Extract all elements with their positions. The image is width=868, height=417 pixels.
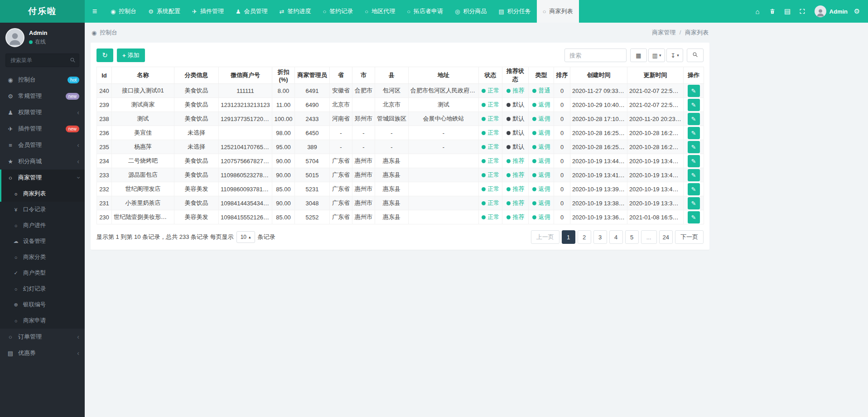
- cell-city: 惠州市: [352, 210, 375, 224]
- sidebar-item-7[interactable]: ○订单管理‹: [0, 329, 85, 345]
- table-search-input[interactable]: [564, 48, 627, 62]
- top-tab-3[interactable]: ♟会员管理: [230, 0, 274, 23]
- top-tab-label: 商家列表: [550, 7, 573, 15]
- page-button-2[interactable]: 2: [578, 230, 591, 244]
- column-header[interactable]: 操作: [684, 67, 704, 84]
- column-header[interactable]: 状态: [479, 67, 502, 84]
- sidebar-subitem-5[interactable]: ✓商户类型: [0, 265, 85, 281]
- column-header[interactable]: 商家管理员: [295, 67, 330, 84]
- toggle-view-button[interactable]: ▦: [630, 48, 647, 62]
- page-button-1[interactable]: 1: [562, 230, 575, 244]
- edit-button[interactable]: ✎: [688, 197, 700, 209]
- column-header[interactable]: 微信商户号: [219, 67, 272, 84]
- export-button[interactable]: ↧▾: [666, 48, 683, 62]
- sidebar-item-5[interactable]: ★积分商城‹: [0, 153, 85, 170]
- sidebar-subitem-1[interactable]: ¥口令记录: [0, 202, 85, 218]
- top-tab-7[interactable]: ○拓店者申请: [401, 0, 449, 23]
- add-button[interactable]: + 添加: [117, 48, 145, 62]
- sidebar-item-4[interactable]: ≡会员管理‹: [0, 137, 85, 153]
- sidebar-subitem-2[interactable]: ○商户进件: [0, 218, 85, 233]
- sidebar-item-2[interactable]: ♟权限管理‹: [0, 104, 85, 121]
- sidebar-subitem-3[interactable]: ☁设备管理: [0, 233, 85, 249]
- docs-button[interactable]: ▤: [780, 0, 795, 23]
- column-header[interactable]: 更新时间: [627, 67, 684, 84]
- sidebar-subitem-4[interactable]: ○商家分类: [0, 249, 85, 265]
- sidebar-item-1[interactable]: ⚙常规管理new: [0, 88, 85, 104]
- top-tab-9[interactable]: ▤积分任务: [492, 0, 536, 23]
- refresh-icon: ↻: [102, 51, 108, 59]
- edit-button[interactable]: ✎: [688, 183, 700, 195]
- page-button-5[interactable]: 5: [625, 230, 639, 244]
- column-header[interactable]: Id: [97, 67, 112, 84]
- sidebar-item-0[interactable]: ◉控制台hot: [0, 72, 85, 88]
- top-tab-1[interactable]: ⚙系统配置: [142, 0, 186, 23]
- page-button-24[interactable]: 24: [659, 230, 673, 244]
- column-header[interactable]: 市: [352, 67, 375, 84]
- caret-down-icon: ▾: [659, 53, 661, 58]
- page-button-3[interactable]: 3: [593, 230, 607, 244]
- sidebar-subitem-8[interactable]: ○商家申请: [0, 313, 85, 329]
- column-header[interactable]: 名称: [112, 67, 174, 84]
- refresh-button[interactable]: ↻: [96, 48, 113, 62]
- edit-button[interactable]: ✎: [688, 211, 700, 223]
- settings-button[interactable]: ⚙: [849, 0, 864, 23]
- dashboard-icon: ◉: [111, 8, 116, 15]
- cell-province: 广东省: [330, 168, 352, 182]
- top-tab-5[interactable]: ○签约记录: [317, 0, 359, 23]
- person-icon: [7, 30, 23, 46]
- home-button[interactable]: ⌂: [750, 0, 765, 23]
- page-button-4[interactable]: 4: [609, 230, 623, 244]
- breadcrumb-parent[interactable]: 商家管理: [652, 29, 675, 36]
- edit-button[interactable]: ✎: [688, 99, 700, 111]
- navbar-username[interactable]: Admin: [829, 8, 848, 15]
- cell-manager: 5231: [295, 182, 330, 196]
- fullscreen-button[interactable]: [795, 0, 810, 23]
- page-size-dropdown[interactable]: 10 ▴: [236, 231, 255, 243]
- circle-icon: ○: [543, 8, 546, 15]
- sidebar-subitem-0[interactable]: ○商家列表: [0, 186, 85, 202]
- sidebar-subitem-6[interactable]: ○幻灯记录: [0, 281, 85, 297]
- column-header[interactable]: 县: [375, 67, 409, 84]
- top-tab-10[interactable]: ○商家列表: [537, 0, 579, 23]
- column-header[interactable]: 创建时间: [570, 67, 627, 84]
- sidebar-subitem-7[interactable]: ⊕银联编号: [0, 297, 85, 313]
- page-prev-button[interactable]: 上一页: [531, 230, 559, 244]
- column-header[interactable]: 排序: [554, 67, 570, 84]
- edit-button[interactable]: ✎: [688, 127, 700, 139]
- top-tab-4[interactable]: ⇄签约进度: [274, 0, 317, 23]
- page-next-button[interactable]: 下一页: [675, 230, 704, 244]
- column-header[interactable]: 推荐状态: [502, 67, 529, 84]
- sidebar-toggle-button[interactable]: ≡: [85, 0, 105, 23]
- edit-button[interactable]: ✎: [688, 155, 700, 167]
- breadcrumb-home[interactable]: 控制台: [100, 29, 117, 37]
- column-header[interactable]: 折扣(%): [272, 67, 295, 84]
- cell-city: [352, 98, 375, 112]
- sidebar-item-3[interactable]: ✈插件管理new: [0, 121, 85, 137]
- edit-button[interactable]: ✎: [688, 113, 700, 125]
- status-label: 正常: [488, 171, 500, 178]
- top-tab-0[interactable]: ◉控制台: [105, 0, 142, 23]
- top-tab-8[interactable]: ◎积分商品: [449, 0, 492, 23]
- cell-address: [409, 196, 479, 210]
- brand-logo[interactable]: 付乐啦: [0, 0, 85, 23]
- sidebar-item-8[interactable]: ▤优惠券‹: [0, 345, 85, 361]
- column-header[interactable]: 类型: [529, 67, 554, 84]
- sidebar-item-6[interactable]: ○商家管理‹: [0, 170, 85, 186]
- edit-button[interactable]: ✎: [688, 85, 700, 97]
- navbar-avatar[interactable]: [815, 5, 826, 17]
- column-header[interactable]: 地址: [409, 67, 479, 84]
- top-tab-2[interactable]: ✈插件管理: [186, 0, 230, 23]
- sidebar-user-panel[interactable]: Admin 在线: [0, 23, 85, 51]
- edit-button[interactable]: ✎: [688, 141, 700, 153]
- search-toggle-button[interactable]: [687, 48, 704, 62]
- top-tab-6[interactable]: ○地区代理: [359, 0, 401, 23]
- cell-category: 美食饮品: [174, 98, 219, 112]
- summary-text: 显示第 1 到第 10 条记录，总共 233 条记录 每页显示: [96, 233, 234, 241]
- pencil-icon: ✎: [691, 200, 696, 207]
- columns-button[interactable]: ▥▾: [648, 48, 665, 62]
- edit-button[interactable]: ✎: [688, 169, 700, 181]
- column-header[interactable]: 分类信息: [174, 67, 219, 84]
- column-header[interactable]: 省: [330, 67, 352, 84]
- menu-search-input[interactable]: [5, 53, 79, 67]
- clear-cache-button[interactable]: [765, 0, 780, 23]
